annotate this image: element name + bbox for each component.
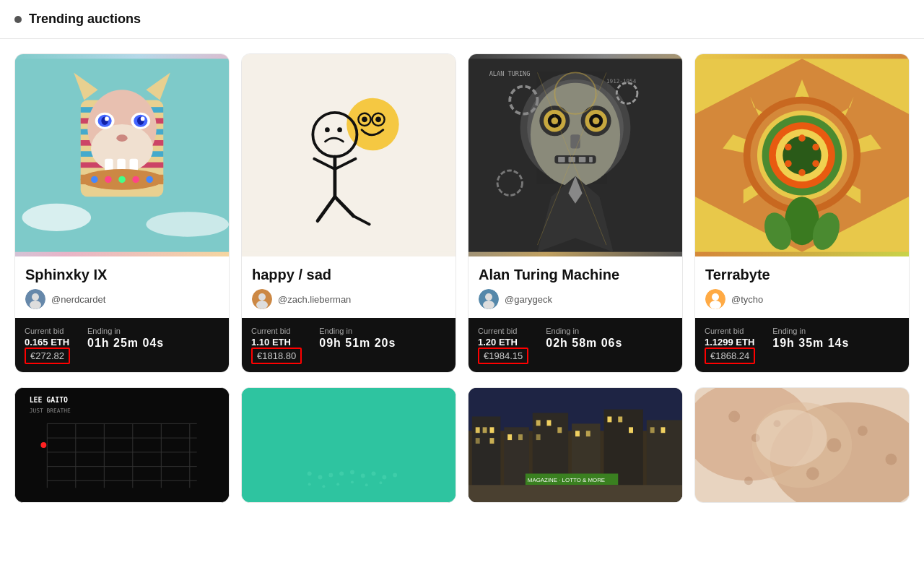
bid-label-alan: Current bid	[478, 327, 528, 335]
svg-rect-164	[557, 427, 562, 433]
avatar-happysad	[252, 289, 272, 309]
card-body-alan: Alan Turing Machine @garygeck	[468, 256, 682, 309]
svg-point-140	[308, 483, 311, 486]
svg-point-102	[783, 136, 821, 174]
auction-grid: Sphinxky IX @nerdcardet Current bid 0.16…	[0, 39, 924, 387]
svg-point-133	[328, 473, 333, 478]
bid-label-terra: Current bid	[705, 327, 755, 335]
svg-point-106	[798, 169, 806, 176]
svg-text:ALAN TURING: ALAN TURING	[489, 70, 531, 77]
ending-time-terra: 19h 35m 14s	[772, 337, 849, 350]
svg-point-85	[483, 301, 494, 309]
bid-eur-box-terra: €1868.24	[705, 348, 755, 364]
auction-card-terra[interactable]: Terrabyte @tycho Current bid 1.1299 ETH …	[694, 53, 910, 373]
card-bid-terra: Current bid 1.1299 ETH €1868.24 Ending i…	[694, 318, 910, 373]
ending-label-terra: Ending in	[772, 327, 849, 335]
auction-card-sphinxky[interactable]: Sphinxky IX @nerdcardet Current bid 0.16…	[14, 53, 230, 373]
card-body-terra: Terrabyte @tycho	[695, 256, 909, 309]
svg-point-138	[382, 475, 386, 479]
svg-point-32	[146, 176, 153, 184]
svg-point-180	[728, 411, 740, 423]
bottom-card-lee[interactable]: LEE GAITO JUST BREATHE	[14, 387, 230, 503]
svg-rect-160	[507, 434, 512, 440]
svg-point-137	[372, 472, 376, 476]
svg-rect-72	[589, 157, 593, 163]
card-title-sphinxky: Sphinxky IX	[25, 267, 219, 283]
auction-card-alan[interactable]: ALAN TURING 1912-1954 Alan Turing Machin…	[468, 53, 683, 373]
ending-label-alan: Ending in	[546, 327, 622, 335]
svg-rect-161	[518, 434, 523, 440]
card-author-terra: @tycho	[705, 289, 899, 309]
bid-eth-alan: 1.20 ETH	[478, 337, 528, 348]
svg-point-127	[40, 442, 46, 448]
svg-point-22	[141, 117, 145, 121]
svg-point-104	[812, 144, 819, 151]
bid-label-sphinxky: Current bid	[25, 327, 70, 335]
svg-point-132	[318, 475, 323, 479]
svg-point-107	[785, 160, 792, 168]
author-name-happysad: @zach.lieberman	[278, 294, 351, 305]
svg-point-35	[30, 301, 41, 309]
svg-rect-162	[536, 420, 541, 426]
page-title: Trending auctions	[29, 12, 141, 27]
svg-point-135	[350, 470, 354, 475]
bid-eur-box-alan: €1984.15	[478, 348, 528, 364]
svg-point-142	[336, 483, 339, 486]
avatar-alan	[479, 289, 499, 309]
bid-eur-box-sphinxky: €272.82	[25, 348, 70, 364]
author-name-terra: @tycho	[731, 294, 763, 305]
bid-eth-sphinxky: 0.165 ETH	[25, 337, 70, 348]
auction-card-happysad[interactable]: happy / sad @zach.lieberman Current bid …	[241, 53, 456, 373]
svg-point-84	[485, 293, 492, 301]
svg-point-25	[116, 134, 127, 142]
svg-point-139	[393, 473, 397, 478]
svg-point-145	[379, 481, 382, 484]
bid-ending-terra: Ending in 19h 35m 14s	[772, 327, 849, 364]
svg-text:JUST BREATHE: JUST BREATHE	[30, 407, 71, 414]
bid-current-happysad: Current bid 1.10 ETH €1818.80	[251, 327, 302, 364]
svg-point-187	[886, 454, 897, 465]
svg-point-134	[339, 472, 344, 476]
svg-rect-155	[476, 427, 480, 433]
bid-eur-sphinxky: €272.82	[25, 348, 70, 364]
svg-point-45	[337, 127, 342, 132]
bid-ending-happysad: Ending in 09h 51m 20s	[319, 327, 396, 364]
svg-rect-157	[490, 427, 494, 433]
svg-rect-156	[483, 427, 487, 433]
svg-point-113	[712, 293, 719, 301]
card-body-happysad: happy / sad @zach.lieberman	[242, 256, 456, 309]
bid-eur-happysad: €1818.80	[251, 348, 302, 364]
svg-point-44	[325, 127, 330, 132]
card-title-terra: Terrabyte	[705, 267, 899, 283]
svg-rect-36	[242, 59, 456, 251]
card-image-happysad	[242, 54, 456, 256]
bid-current-alan: Current bid 1.20 ETH €1984.15	[478, 327, 528, 364]
card-image-terra	[695, 54, 909, 256]
ending-time-happysad: 09h 51m 20s	[319, 337, 396, 350]
author-name-sphinxky: @nerdcardet	[51, 294, 105, 305]
svg-point-66	[593, 117, 600, 124]
svg-point-183	[827, 438, 842, 452]
svg-point-18	[105, 117, 109, 121]
svg-point-184	[858, 426, 868, 436]
svg-text:MAGAZINE · LOTTO & MORE: MAGAZINE · LOTTO & MORE	[528, 477, 605, 483]
bottom-card-teal[interactable]	[241, 387, 456, 503]
svg-rect-71	[579, 157, 586, 163]
svg-point-29	[105, 176, 112, 184]
svg-rect-158	[476, 438, 480, 444]
svg-point-38	[362, 117, 367, 123]
card-bid-sphinxky: Current bid 0.165 ETH €272.82 Ending in …	[14, 318, 230, 373]
svg-point-136	[361, 474, 365, 478]
card-author-happysad: @zach.lieberman	[252, 289, 445, 309]
bottom-card-city[interactable]: MAGAZINE · LOTTO & MORE	[468, 387, 683, 503]
ending-time-sphinxky: 01h 25m 04s	[87, 337, 164, 350]
svg-rect-169	[618, 417, 622, 423]
bottom-card-abstract[interactable]	[694, 387, 910, 503]
svg-point-103	[798, 134, 806, 142]
avatar-sphinxky	[25, 289, 45, 309]
svg-point-188	[756, 410, 827, 467]
page-header: Trending auctions	[0, 0, 924, 39]
svg-point-185	[806, 467, 819, 480]
svg-point-31	[132, 176, 139, 184]
svg-point-1	[22, 204, 91, 231]
